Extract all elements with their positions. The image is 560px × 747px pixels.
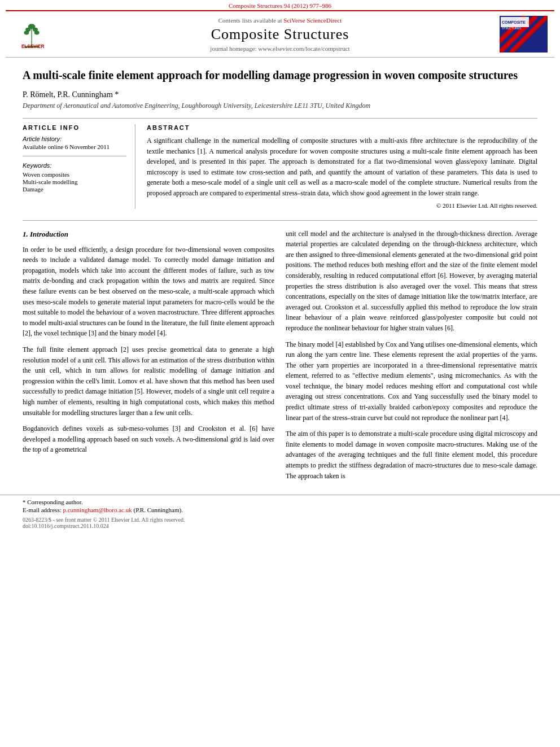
body-para-2: The full finite element approach [2] use… <box>23 344 274 418</box>
article-info-title: ARTICLE INFO <box>23 124 126 131</box>
authors: P. Römelt, P.R. Cunningham * <box>23 90 537 99</box>
copyright: © 2011 Elsevier Ltd. All rights reserved… <box>147 202 537 209</box>
keyword-3: Damage <box>23 186 126 193</box>
section-1-heading: 1. Introduction <box>23 229 274 240</box>
keyword-1: Woven composites <box>23 171 126 178</box>
svg-text:STRUCTURES: STRUCTURES <box>502 27 522 30</box>
abstract-section: ABSTRACT A significant challenge in the … <box>147 124 537 209</box>
body-para-3: Bogdanovich defines voxels as sub-meso-v… <box>23 423 274 455</box>
composite-logo-section: COMPOSITE STRUCTURES <box>485 16 548 53</box>
history-label: Article history: <box>23 136 126 142</box>
keyword-2: Multi-scale modelling <box>23 178 126 185</box>
footer-text1: 0263-8223/$ - see front matter © 2011 El… <box>23 517 537 523</box>
body-para-r2: The binary model [4] established by Cox … <box>286 339 537 423</box>
svg-point-6 <box>34 30 40 34</box>
email-address[interactable]: p.cunningham@lboro.ac.uk <box>63 506 132 513</box>
email-footnote: E-mail address: p.cunningham@lboro.ac.uk… <box>23 506 537 513</box>
body-right-column: unit cell model and the architecture is … <box>286 229 537 487</box>
affiliation: Department of Aeronautical and Automotiv… <box>23 102 537 110</box>
journal-name: Composite Structures <box>75 26 485 43</box>
elsevier-logo-section: ELSEVIER <box>12 20 75 49</box>
abstract-title: ABSTRACT <box>147 124 537 131</box>
svg-point-5 <box>24 30 29 34</box>
keywords-label: Keywords: <box>23 162 126 169</box>
journal-header: ELSEVIER Contents lists available at Sci… <box>6 10 554 58</box>
svg-text:ELSEVIER: ELSEVIER <box>21 44 45 49</box>
sciverse-link[interactable]: SciVerse ScienceDirect <box>283 17 342 24</box>
journal-title-section: Contents lists available at SciVerse Sci… <box>75 17 485 52</box>
body-para-1: In order to be used efficiently, a desig… <box>23 244 274 339</box>
svg-text:COMPOSITE: COMPOSITE <box>502 20 526 24</box>
elsevier-logo: ELSEVIER <box>18 20 69 49</box>
main-content: A multi-scale finite element approach fo… <box>0 58 560 487</box>
composite-structures-logo: COMPOSITE STRUCTURES <box>500 16 548 53</box>
article-title: A multi-scale finite element approach fo… <box>23 68 537 82</box>
author-names: P. Römelt, P.R. Cunningham * <box>23 90 119 99</box>
journal-citation-bar: Composite Structures 94 (2012) 977–986 <box>0 0 560 10</box>
corresponding-author-label: * Corresponding author. <box>23 499 83 505</box>
abstract-text: A significant challenge in the numerical… <box>147 136 537 199</box>
available-online: Available online 6 November 2011 <box>23 143 126 150</box>
email-suffix: (P.R. Cunningham). <box>133 506 182 513</box>
body-left-column: 1. Introduction In order to be used effi… <box>23 229 274 487</box>
contents-line: Contents lists available at SciVerse Sci… <box>75 17 485 24</box>
info-divider <box>23 156 126 156</box>
corresponding-author-note: * Corresponding author. <box>23 499 537 505</box>
homepage-url: www.elsevier.com/locate/compstruct <box>258 45 349 52</box>
article-meta: ARTICLE INFO Article history: Available … <box>23 118 537 209</box>
body-columns: 1. Introduction In order to be used effi… <box>23 220 537 487</box>
footer-copyright: 0263-8223/$ - see front matter © 2011 El… <box>23 517 537 529</box>
body-para-r3: The aim of this paper is to demonstrate … <box>286 429 537 481</box>
body-para-r1: unit cell model and the architecture is … <box>286 229 537 334</box>
journal-homepage: journal homepage: www.elsevier.com/locat… <box>75 45 485 52</box>
footer-text2: doi:10.1016/j.compstruct.2011.10.024 <box>23 523 537 529</box>
email-label: E-mail address: <box>23 506 62 513</box>
journal-citation: Composite Structures 94 (2012) 977–986 <box>229 2 331 9</box>
article-info-panel: ARTICLE INFO Article history: Available … <box>23 124 135 209</box>
footer-section: * Corresponding author. E-mail address: … <box>0 495 560 534</box>
